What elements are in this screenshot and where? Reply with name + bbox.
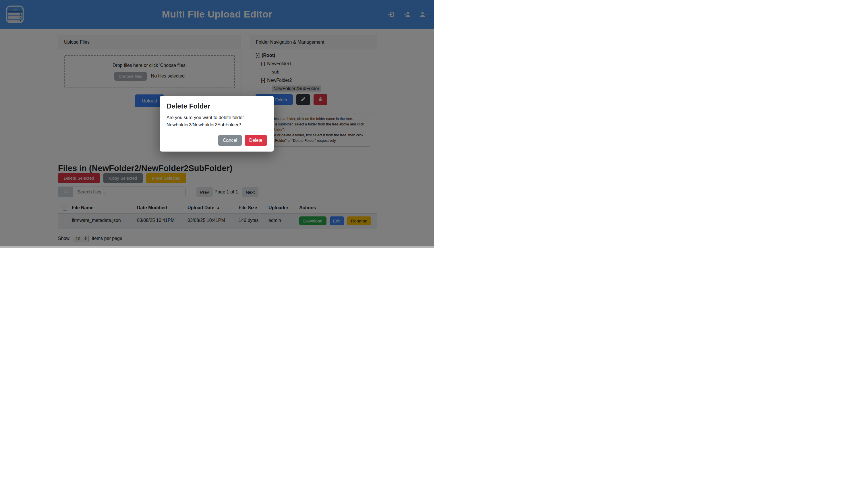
confirm-delete-button[interactable]: Delete — [245, 135, 267, 146]
window-bottom-edge — [0, 246, 434, 248]
delete-folder-dialog: Delete Folder Are you sure you want to d… — [160, 96, 274, 152]
dialog-message: Are you sure you want to delete folder N… — [167, 114, 262, 128]
app-window: Multi File Upload Editor — [0, 0, 434, 248]
dialog-title: Delete Folder — [167, 102, 267, 110]
cancel-button[interactable]: Cancel — [218, 135, 242, 146]
